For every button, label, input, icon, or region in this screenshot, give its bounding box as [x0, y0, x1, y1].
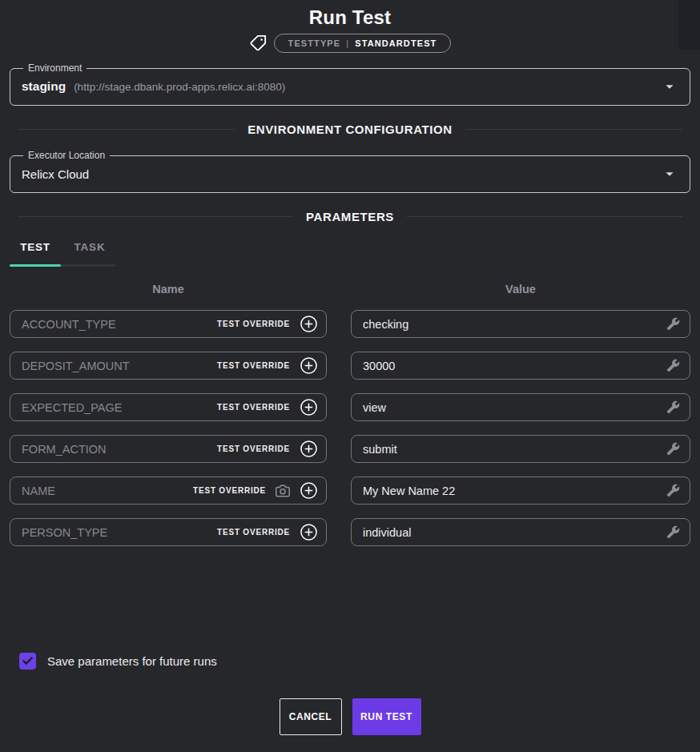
- param-name-field[interactable]: DEPOSIT_AMOUNT TEST OVERRIDE: [10, 352, 327, 380]
- wrench-icon[interactable]: [666, 359, 680, 372]
- param-name-field[interactable]: FORM_ACTION TEST OVERRIDE: [10, 435, 327, 463]
- param-value-field[interactable]: view: [351, 393, 690, 421]
- param-name-field[interactable]: ACCOUNT_TYPE TEST OVERRIDE: [10, 310, 327, 338]
- param-value-field[interactable]: individual: [351, 518, 690, 546]
- tab-test[interactable]: TEST: [10, 241, 61, 264]
- run-test-dialog: Run Test TESTTYPE | STANDARDTEST Environ…: [0, 0, 700, 752]
- test-type-badge: TESTTYPE | STANDARDTEST: [274, 34, 452, 53]
- active-tab-indicator: [10, 264, 61, 267]
- environment-select-field: Environment staging (http://stage.dbank.…: [10, 62, 690, 106]
- save-parameters-row: Save parameters for future runs: [19, 653, 700, 670]
- executor-location-field: Executor Location Relicx Cloud: [10, 150, 690, 193]
- corner-overlay: [678, 0, 700, 50]
- param-value-field[interactable]: checking: [351, 310, 690, 338]
- param-value-field[interactable]: My New Name 22: [351, 477, 690, 505]
- executor-location-select[interactable]: Relicx Cloud: [22, 163, 678, 185]
- param-value: view: [363, 401, 666, 414]
- param-value: 30000: [363, 360, 666, 372]
- param-row: ACCOUNT_TYPE TEST OVERRIDE checking: [10, 310, 690, 338]
- camera-icon[interactable]: [276, 484, 290, 498]
- executor-location-value: Relicx Cloud: [22, 167, 89, 181]
- chevron-down-icon[interactable]: [661, 78, 678, 95]
- parameters-divider: PARAMETERS: [18, 210, 682, 223]
- badge-key: TESTTYPE: [288, 38, 341, 48]
- test-override-label: TEST OVERRIDE: [217, 403, 290, 412]
- param-value: My New Name 22: [363, 485, 666, 497]
- plus-circle-icon[interactable]: [300, 523, 318, 541]
- name-column-header: Name: [10, 283, 327, 296]
- dialog-actions: CANCEL RUN TEST: [0, 698, 700, 735]
- plus-circle-icon[interactable]: [300, 315, 318, 333]
- run-test-button[interactable]: RUN TEST: [352, 698, 421, 735]
- save-parameters-checkbox[interactable]: [19, 653, 36, 670]
- param-value: checking: [363, 318, 666, 331]
- test-override-label: TEST OVERRIDE: [217, 528, 290, 537]
- param-row: FORM_ACTION TEST OVERRIDE submit: [10, 435, 690, 463]
- param-name-field[interactable]: PERSON_TYPE TEST OVERRIDE: [10, 518, 327, 546]
- param-value-field[interactable]: 30000: [351, 352, 690, 380]
- param-row: EXPECTED_PAGE TEST OVERRIDE view: [10, 393, 690, 421]
- param-value-field[interactable]: submit: [351, 435, 690, 463]
- param-name-field[interactable]: NAME TEST OVERRIDE: [10, 477, 327, 505]
- parameters-title: PARAMETERS: [306, 210, 394, 223]
- param-row: NAME TEST OVERRIDE My New Name 22: [10, 477, 690, 505]
- plus-circle-icon[interactable]: [300, 356, 318, 375]
- plus-circle-icon[interactable]: [300, 440, 318, 458]
- environment-value: staging: [22, 79, 66, 94]
- param-value: submit: [363, 443, 666, 456]
- environment-select[interactable]: staging (http://stage.dbank.prod-apps.re…: [22, 75, 678, 98]
- parameters-column-headers: Name Value: [10, 283, 690, 296]
- plus-circle-icon[interactable]: [300, 481, 318, 500]
- parameters-tabs: TEST TASK: [10, 241, 115, 267]
- cancel-button[interactable]: CANCEL: [280, 698, 342, 735]
- page-title: Run Test: [0, 0, 700, 29]
- param-name: FORM_ACTION: [22, 443, 217, 456]
- checkmark-icon: [22, 655, 34, 667]
- param-name: DEPOSIT_AMOUNT: [22, 360, 217, 372]
- environment-url: (http://stage.dbank.prod-apps.relicx.ai:…: [74, 81, 285, 93]
- tag-icon: [249, 34, 267, 52]
- executor-location-label: Executor Location: [23, 150, 110, 161]
- tab-task[interactable]: TASK: [67, 241, 112, 264]
- chevron-down-icon[interactable]: [661, 165, 678, 183]
- environment-configuration-title: ENVIRONMENT CONFIGURATION: [247, 123, 453, 136]
- wrench-icon[interactable]: [666, 484, 680, 497]
- plus-circle-icon[interactable]: [300, 398, 318, 416]
- test-override-label: TEST OVERRIDE: [217, 444, 290, 453]
- param-row: DEPOSIT_AMOUNT TEST OVERRIDE 30000: [10, 352, 690, 380]
- wrench-icon[interactable]: [666, 442, 680, 456]
- wrench-icon[interactable]: [666, 400, 680, 414]
- wrench-icon[interactable]: [666, 525, 680, 539]
- badge-separator: |: [346, 38, 349, 48]
- param-value: individual: [363, 526, 666, 539]
- test-override-label: TEST OVERRIDE: [217, 361, 290, 370]
- save-parameters-label: Save parameters for future runs: [47, 654, 217, 668]
- param-name: ACCOUNT_TYPE: [22, 318, 217, 331]
- param-name: NAME: [22, 485, 193, 497]
- wrench-icon[interactable]: [666, 317, 680, 331]
- param-name-field[interactable]: EXPECTED_PAGE TEST OVERRIDE: [10, 393, 327, 421]
- param-row: PERSON_TYPE TEST OVERRIDE individual: [10, 518, 690, 546]
- param-name: PERSON_TYPE: [22, 526, 217, 539]
- test-override-label: TEST OVERRIDE: [217, 320, 290, 328]
- param-name: EXPECTED_PAGE: [22, 401, 217, 414]
- value-column-header: Value: [351, 283, 690, 296]
- test-type-badge-row: TESTTYPE | STANDARDTEST: [0, 34, 700, 53]
- badge-value: STANDARDTEST: [355, 38, 436, 48]
- environment-configuration-divider: ENVIRONMENT CONFIGURATION: [18, 123, 682, 136]
- environment-label: Environment: [23, 62, 86, 74]
- test-override-label: TEST OVERRIDE: [193, 486, 266, 495]
